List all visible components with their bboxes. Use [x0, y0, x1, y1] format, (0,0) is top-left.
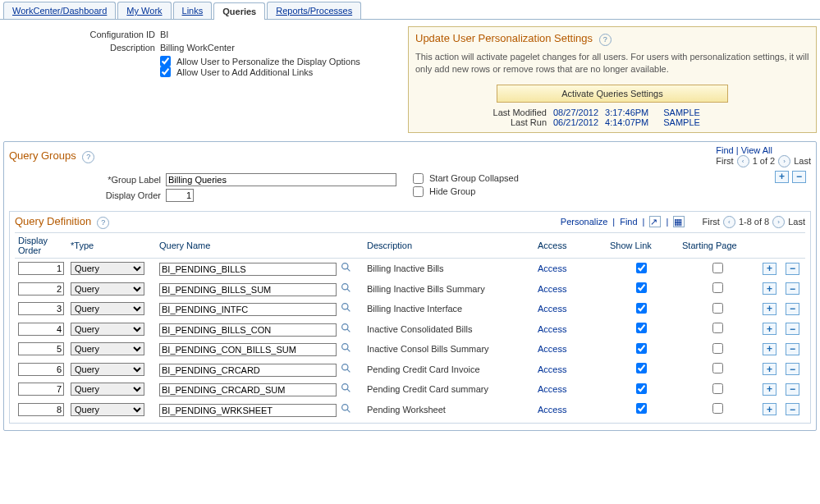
add-row-button[interactable]: +	[763, 282, 776, 295]
remove-row-button[interactable]: −	[786, 263, 799, 275]
remove-row-button[interactable]: −	[786, 363, 799, 375]
display-order-input[interactable]	[166, 189, 194, 202]
starting-page-checkbox[interactable]	[712, 303, 723, 314]
remove-row-button[interactable]: −	[786, 303, 799, 315]
add-row-button[interactable]: +	[763, 363, 776, 375]
show-link-checkbox[interactable]	[636, 343, 647, 354]
zoom-icon[interactable]: ↗	[649, 216, 661, 227]
col-description[interactable]: Description	[364, 232, 534, 258]
show-link-checkbox[interactable]	[636, 383, 647, 394]
starting-page-checkbox[interactable]	[712, 323, 723, 333]
display-order-input[interactable]	[18, 403, 64, 416]
remove-row-button[interactable]: −	[786, 282, 799, 295]
add-group-button[interactable]: +	[775, 171, 789, 183]
starting-page-checkbox[interactable]	[712, 403, 723, 414]
tab-workcenter[interactable]: WorkCenter/Dashboard	[3, 2, 116, 19]
query-name-input[interactable]	[159, 303, 337, 316]
tab-links[interactable]: Links	[173, 2, 213, 19]
starting-page-checkbox[interactable]	[712, 363, 723, 373]
lookup-icon[interactable]	[339, 321, 352, 334]
query-name-input[interactable]	[159, 343, 337, 356]
display-order-input[interactable]	[18, 323, 64, 336]
access-link[interactable]: Access	[538, 263, 566, 273]
lookup-icon[interactable]	[339, 301, 352, 314]
query-name-input[interactable]	[159, 263, 337, 276]
access-link[interactable]: Access	[538, 344, 566, 354]
type-select[interactable]: Query	[71, 282, 144, 296]
help-icon[interactable]: ?	[97, 217, 109, 229]
access-link[interactable]: Access	[538, 304, 566, 314]
allow-personalize-checkbox[interactable]	[160, 56, 171, 66]
access-link[interactable]: Access	[538, 405, 566, 415]
starting-page-checkbox[interactable]	[712, 343, 723, 354]
show-link-checkbox[interactable]	[636, 303, 647, 314]
next-icon[interactable]: ›	[778, 155, 790, 167]
type-select[interactable]: Query	[71, 383, 144, 396]
view-all-link[interactable]: View All	[741, 145, 772, 155]
lookup-icon[interactable]	[339, 401, 352, 415]
type-select[interactable]: Query	[71, 363, 144, 376]
col-query-name[interactable]: Query Name	[156, 232, 364, 258]
last-label[interactable]: Last	[794, 156, 811, 166]
show-link-checkbox[interactable]	[636, 323, 647, 333]
prev-icon[interactable]: ‹	[737, 155, 749, 167]
remove-row-button[interactable]: −	[786, 383, 799, 396]
type-select[interactable]: Query	[71, 323, 144, 336]
help-icon[interactable]: ?	[599, 34, 612, 46]
find-link[interactable]: Find	[716, 145, 733, 155]
lookup-icon[interactable]	[339, 341, 352, 355]
query-name-input[interactable]	[159, 404, 337, 417]
query-name-input[interactable]	[159, 383, 337, 396]
starting-page-checkbox[interactable]	[712, 282, 723, 293]
hide-group-checkbox[interactable]	[413, 186, 424, 197]
lookup-icon[interactable]	[339, 382, 352, 395]
add-row-button[interactable]: +	[763, 323, 776, 335]
display-order-input[interactable]	[18, 302, 64, 315]
display-order-input[interactable]	[18, 282, 64, 296]
col-type[interactable]: *Type	[67, 232, 156, 258]
show-link-checkbox[interactable]	[636, 282, 647, 293]
col-starting-page[interactable]: Starting Page	[679, 232, 759, 258]
type-select[interactable]: Query	[71, 342, 144, 355]
type-select[interactable]: Query	[71, 302, 144, 315]
query-name-input[interactable]	[159, 364, 337, 377]
activate-button[interactable]: Activate Queries Settings	[497, 85, 728, 103]
add-row-button[interactable]: +	[763, 383, 776, 396]
lookup-icon[interactable]	[339, 361, 352, 374]
show-link-checkbox[interactable]	[636, 263, 647, 273]
show-link-checkbox[interactable]	[636, 403, 647, 414]
display-order-input[interactable]	[18, 363, 64, 376]
tab-mywork[interactable]: My Work	[117, 2, 171, 19]
col-display-order[interactable]: Display Order	[15, 232, 67, 258]
last-label[interactable]: Last	[788, 217, 805, 227]
tab-reports[interactable]: Reports/Processes	[267, 2, 361, 19]
type-select[interactable]: Query	[71, 262, 144, 275]
starting-page-checkbox[interactable]	[712, 263, 723, 273]
remove-row-button[interactable]: −	[786, 403, 799, 415]
add-row-button[interactable]: +	[763, 303, 776, 315]
col-show-link[interactable]: Show Link	[607, 232, 679, 258]
starting-page-checkbox[interactable]	[712, 383, 723, 394]
type-select[interactable]: Query	[71, 403, 144, 416]
personalize-link[interactable]: Personalize	[561, 217, 607, 227]
help-icon[interactable]: ?	[82, 151, 94, 163]
prev-icon[interactable]: ‹	[723, 216, 735, 228]
access-link[interactable]: Access	[538, 324, 566, 334]
add-row-button[interactable]: +	[763, 263, 776, 275]
remove-group-button[interactable]: −	[792, 171, 806, 183]
query-name-input[interactable]	[159, 283, 337, 296]
display-order-input[interactable]	[18, 262, 64, 275]
first-label[interactable]: First	[716, 156, 733, 166]
lookup-icon[interactable]	[339, 261, 352, 274]
add-row-button[interactable]: +	[763, 403, 776, 415]
query-name-input[interactable]	[159, 323, 337, 337]
show-link-checkbox[interactable]	[636, 363, 647, 373]
first-label[interactable]: First	[703, 217, 720, 227]
allow-addlinks-checkbox[interactable]	[160, 66, 171, 77]
find-link[interactable]: Find	[620, 217, 637, 227]
access-link[interactable]: Access	[538, 384, 566, 394]
access-link[interactable]: Access	[538, 364, 566, 374]
remove-row-button[interactable]: −	[786, 343, 799, 355]
col-access[interactable]: Access	[534, 232, 607, 258]
remove-row-button[interactable]: −	[786, 323, 799, 335]
